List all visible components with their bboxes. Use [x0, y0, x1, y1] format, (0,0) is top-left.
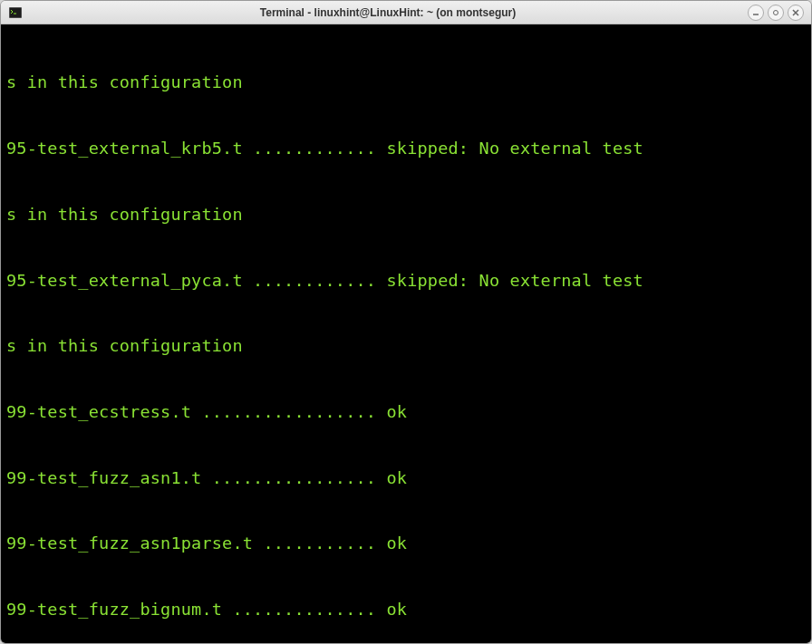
window-title: Terminal - linuxhint@LinuxHint: ~ (on mo… — [28, 6, 748, 19]
terminal-window: Terminal - linuxhint@LinuxHint: ~ (on mo… — [0, 0, 812, 644]
output-line: 95-test_external_pyca.t ............ ski… — [6, 270, 806, 292]
output-line: 99-test_fuzz_asn1parse.t ........... ok — [6, 533, 806, 554]
output-line: 99-test_fuzz_bignum.t .............. ok — [6, 599, 806, 620]
titlebar: Terminal - linuxhint@LinuxHint: ~ (on mo… — [1, 1, 811, 24]
svg-point-4 — [774, 10, 778, 14]
maximize-button[interactable] — [768, 5, 784, 21]
output-line: s in this configuration — [6, 204, 806, 226]
close-button[interactable] — [788, 5, 804, 21]
output-line: 95-test_external_krb5.t ............ ski… — [6, 138, 806, 159]
terminal-output[interactable]: s in this configuration 95-test_external… — [1, 24, 811, 643]
output-line: 99-test_fuzz_asn1.t ................ ok — [6, 467, 806, 489]
minimize-button[interactable] — [748, 5, 764, 21]
window-controls — [748, 5, 804, 21]
output-line: 99-test_ecstress.t ................. ok — [6, 401, 806, 423]
output-line: s in this configuration — [6, 72, 806, 93]
output-line: s in this configuration — [6, 335, 806, 357]
terminal-app-icon — [8, 5, 23, 20]
